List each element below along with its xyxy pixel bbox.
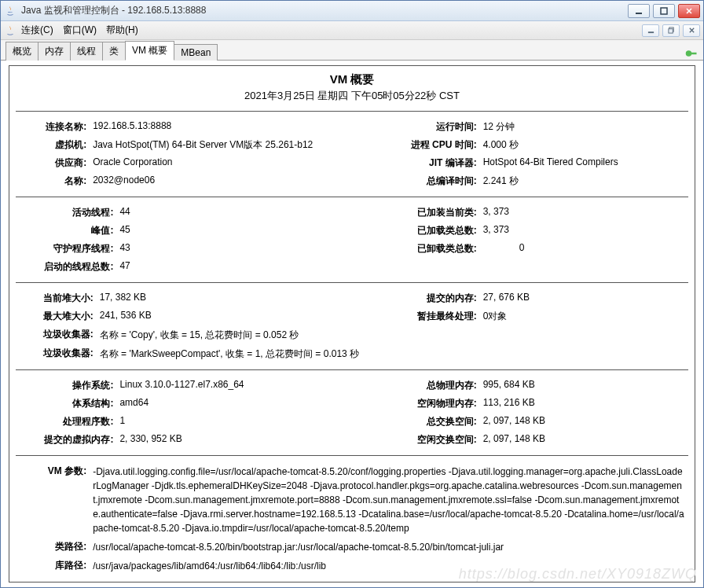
section-os: 操作系统:Linux 3.10.0-1127.el7.x86_64 总物理内存:…: [16, 377, 688, 449]
svg-rect-4: [668, 29, 672, 33]
tab-memory[interactable]: 内存: [38, 42, 71, 61]
connection-status-icon: [683, 47, 698, 60]
java-icon: [4, 5, 16, 17]
vm-summary-title: VM 概要: [16, 72, 688, 87]
tab-strip: 概览 内存 线程 类 VM 概要 MBean: [1, 40, 703, 61]
tab-threads[interactable]: 线程: [70, 42, 103, 61]
mdi-close-button[interactable]: [683, 24, 700, 37]
vm-summary-timestamp: 2021年3月25日 星期四 下午05时05分22秒 CST: [16, 89, 688, 103]
java-icon: [4, 24, 16, 37]
minimize-button[interactable]: [628, 4, 650, 18]
menu-window[interactable]: 窗口(W): [63, 24, 97, 37]
close-button[interactable]: [678, 4, 700, 18]
svg-rect-1: [661, 8, 667, 14]
menu-help[interactable]: 帮助(H): [106, 24, 138, 37]
tab-classes[interactable]: 类: [102, 42, 126, 61]
tab-mbean[interactable]: MBean: [174, 44, 218, 61]
window-title: Java 监视和管理控制台 - 192.168.5.13:8888: [21, 4, 628, 17]
app-window: Java 监视和管理控制台 - 192.168.5.13:8888 连接(C) …: [0, 0, 704, 588]
tab-overview[interactable]: 概览: [6, 42, 38, 61]
section-connection: 连接名称:192.168.5.13:8888 运行时间:12 分钟 虚拟机:Ja…: [16, 118, 688, 190]
maximize-button[interactable]: [653, 4, 675, 18]
mdi-minimize-button[interactable]: [642, 24, 659, 37]
svg-rect-0: [636, 13, 642, 14]
svg-rect-6: [691, 53, 697, 55]
content-area: VM 概要 2021年3月25日 星期四 下午05时05分22秒 CST 连接名…: [1, 61, 703, 587]
vm-summary-panel: VM 概要 2021年3月25日 星期四 下午05时05分22秒 CST 连接名…: [9, 65, 695, 582]
section-heap: 当前堆大小:17, 382 KB 提交的内存:27, 676 KB 最大堆大小:…: [16, 289, 688, 363]
svg-rect-2: [647, 31, 653, 33]
mdi-restore-button[interactable]: [662, 24, 680, 37]
section-threads: 活动线程:44 已加装当前类:3, 373 峰值:45 已加载类总数:3, 37…: [16, 204, 688, 276]
section-vmargs: VM 参数:-Djava.util.logging.config.file=/u…: [16, 462, 688, 575]
menu-connect[interactable]: 连接(C): [21, 24, 53, 37]
titlebar-outer: Java 监视和管理控制台 - 192.168.5.13:8888: [1, 1, 703, 21]
menu-bar: 连接(C) 窗口(W) 帮助(H): [1, 21, 703, 40]
tab-vmsummary[interactable]: VM 概要: [125, 41, 174, 61]
